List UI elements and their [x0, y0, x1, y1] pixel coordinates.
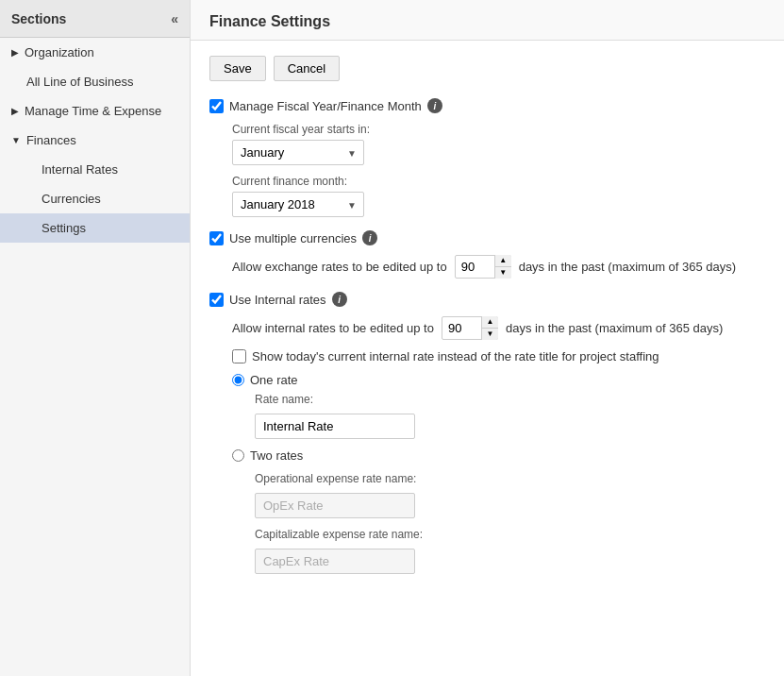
show-today-label[interactable]: Show today's current internal rate inste… — [232, 349, 765, 363]
manage-fiscal-text: Manage Fiscal Year/Finance Month — [229, 99, 422, 113]
capex-input[interactable] — [255, 549, 415, 574]
internal-rates-section: Use Internal rates i Allow internal rate… — [209, 292, 765, 574]
fiscal-section: Manage Fiscal Year/Finance Month i Curre… — [209, 98, 765, 217]
capex-group: Capitalizable expense rate name: — [255, 528, 765, 574]
currencies-checkbox[interactable] — [209, 231, 224, 245]
sidebar-item-label-organization: Organization — [25, 45, 94, 59]
currencies-sub-block: Allow exchange rates to be edited up to … — [232, 255, 765, 279]
internal-rates-text: Use Internal rates — [229, 293, 326, 307]
rate-name-input[interactable] — [255, 414, 415, 439]
internal-rate-row: Allow internal rates to be edited up to … — [232, 316, 765, 340]
internal-rates-label[interactable]: Use Internal rates i — [209, 292, 765, 307]
manage-fiscal-label[interactable]: Manage Fiscal Year/Finance Month i — [209, 98, 765, 113]
internal-rate-spinner-btns: ▲ ▼ — [481, 316, 498, 340]
main-header: Finance Settings — [191, 0, 784, 41]
finance-month-label: Current finance month: — [232, 175, 765, 188]
opex-input[interactable] — [255, 493, 415, 518]
capex-label: Capitalizable expense rate name: — [255, 528, 765, 541]
currencies-section: Use multiple currencies i Allow exchange… — [209, 230, 765, 279]
exchange-rate-up[interactable]: ▲ — [494, 255, 511, 267]
fiscal-year-select[interactable]: JanuaryFebruaryMarchAprilMayJuneJulyAugu… — [232, 140, 364, 165]
internal-rates-info-icon[interactable]: i — [332, 292, 347, 307]
sidebar-item-finances[interactable]: ▼Finances — [0, 126, 190, 155]
rate-name-label: Rate name: — [255, 393, 765, 406]
exchange-rate-spinner-btns: ▲ ▼ — [494, 255, 511, 279]
sidebar-item-label-currencies: Currencies — [42, 192, 101, 206]
internal-rates-checkbox[interactable] — [209, 293, 224, 307]
sidebar-item-settings[interactable]: Settings — [0, 213, 190, 243]
sidebar-item-manage-time-expense[interactable]: ▶Manage Time & Expense — [0, 96, 190, 126]
page-title: Finance Settings — [209, 13, 765, 30]
currencies-info-icon[interactable]: i — [362, 230, 377, 245]
finance-month-select-wrapper: January 2018 — [232, 192, 364, 217]
finances-arrow-icon: ▼ — [11, 135, 21, 145]
one-rate-radio[interactable] — [232, 374, 244, 386]
sidebar-items: ▶OrganizationAll Line of Business▶Manage… — [0, 38, 190, 243]
sidebar-item-internal-rates[interactable]: Internal Rates — [0, 155, 190, 184]
one-rate-text: One rate — [250, 373, 298, 387]
main-content: Save Cancel Manage Fiscal Year/Finance M… — [191, 41, 784, 602]
internal-rate-label: Allow internal rates to be edited up to — [232, 321, 434, 335]
sidebar-item-label-settings: Settings — [42, 221, 86, 235]
currencies-text: Use multiple currencies — [229, 231, 357, 245]
toolbar: Save Cancel — [209, 56, 765, 81]
exchange-rate-down[interactable]: ▼ — [494, 267, 511, 279]
collapse-icon[interactable]: « — [171, 11, 178, 26]
finance-month-select[interactable]: January 2018 — [232, 192, 364, 217]
organization-arrow-icon: ▶ — [11, 47, 19, 58]
show-today-checkbox[interactable] — [232, 349, 246, 363]
main-content-area: Finance Settings Save Cancel Manage Fisc… — [191, 0, 784, 676]
one-rate-block: Rate name: — [255, 393, 765, 439]
sidebar: Sections « ▶OrganizationAll Line of Busi… — [0, 0, 191, 676]
exchange-rate-spinner: ▲ ▼ — [455, 255, 511, 279]
cancel-button[interactable]: Cancel — [274, 56, 340, 81]
exchange-rate-suffix: days in the past (maximum of 365 days) — [519, 260, 737, 274]
fiscal-year-select-wrapper: JanuaryFebruaryMarchAprilMayJuneJulyAugu… — [232, 140, 364, 165]
sidebar-item-currencies[interactable]: Currencies — [0, 184, 190, 213]
sidebar-item-label-finances: Finances — [26, 133, 76, 147]
opex-group: Operational expense rate name: — [255, 472, 765, 518]
sidebar-header: Sections « — [0, 0, 190, 38]
currencies-label[interactable]: Use multiple currencies i — [209, 230, 765, 245]
two-rates-label[interactable]: Two rates — [232, 448, 765, 463]
exchange-rate-row: Allow exchange rates to be edited up to … — [232, 255, 765, 279]
fiscal-year-label: Current fiscal year starts in: — [232, 123, 765, 136]
internal-rate-suffix: days in the past (maximum of 365 days) — [506, 321, 724, 335]
fiscal-sub-block: Current fiscal year starts in: JanuaryFe… — [232, 123, 765, 217]
internal-rate-down[interactable]: ▼ — [481, 329, 498, 340]
sidebar-item-label-all-line-of-business: All Line of Business — [26, 75, 133, 89]
show-today-text: Show today's current internal rate inste… — [252, 349, 659, 363]
sidebar-item-label-manage-time-expense: Manage Time & Expense — [25, 104, 161, 118]
two-rates-radio[interactable] — [232, 449, 244, 462]
one-rate-label[interactable]: One rate — [232, 373, 765, 387]
internal-rate-spinner: ▲ ▼ — [442, 316, 498, 340]
sidebar-item-all-line-of-business[interactable]: All Line of Business — [0, 67, 190, 96]
sidebar-title: Sections — [11, 11, 66, 26]
exchange-rate-label: Allow exchange rates to be edited up to — [232, 260, 447, 274]
sidebar-item-label-internal-rates: Internal Rates — [42, 162, 118, 177]
manage-time-expense-arrow-icon: ▶ — [11, 106, 19, 116]
internal-rate-up[interactable]: ▲ — [481, 316, 498, 329]
sidebar-item-organization[interactable]: ▶Organization — [0, 38, 190, 67]
manage-fiscal-checkbox[interactable] — [209, 99, 224, 113]
save-button[interactable]: Save — [209, 56, 266, 81]
two-rates-block: Operational expense rate name: Capitaliz… — [255, 472, 765, 574]
two-rates-text: Two rates — [250, 448, 303, 463]
manage-fiscal-info-icon[interactable]: i — [427, 98, 442, 113]
internal-rates-sub-block: Allow internal rates to be edited up to … — [232, 316, 765, 574]
opex-label: Operational expense rate name: — [255, 472, 765, 485]
